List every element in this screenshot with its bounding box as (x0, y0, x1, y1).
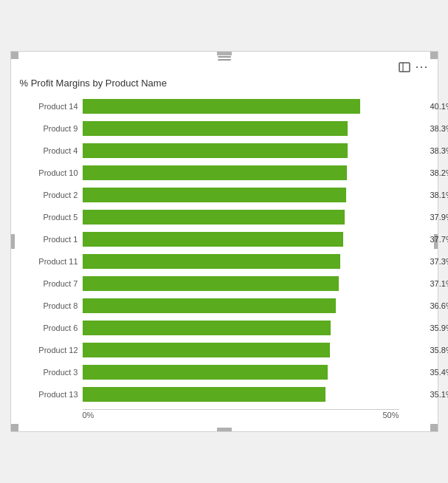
bar-track: 38.3% (83, 143, 429, 158)
bar-value: 35.1% (430, 390, 449, 399)
bar-fill (83, 387, 325, 402)
bar-row: Product 6 35.9% (20, 318, 429, 338)
bar-fill (83, 232, 344, 247)
bar-label: Product 2 (20, 191, 83, 199)
bar-fill (83, 210, 345, 225)
header-icons: ··· (399, 59, 428, 75)
bar-value: 38.1% (430, 191, 449, 199)
bar-value: 40.1% (430, 102, 449, 111)
corner-bl (11, 424, 18, 431)
axis-label-0: 0% (83, 411, 94, 419)
bar-row: Product 12 35.8% (20, 340, 429, 360)
bar-label: Product 7 (20, 279, 83, 288)
bar-row: Product 13 35.1% (20, 384, 429, 405)
corner-br (430, 424, 438, 431)
bar-label: Product 11 (20, 257, 83, 266)
bar-row: Product 1 37.7% (20, 229, 429, 250)
bar-value: 35.4% (430, 368, 449, 377)
bar-value: 36.6% (430, 301, 449, 310)
drag-line-1 (218, 56, 231, 58)
bar-row: Product 10 38.2% (20, 162, 429, 183)
bar-value: 37.9% (430, 213, 449, 222)
bar-track: 35.4% (83, 365, 429, 380)
bar-value: 37.1% (430, 279, 449, 288)
bar-fill (83, 298, 336, 313)
handle-top[interactable] (217, 52, 232, 55)
bar-label: Product 4 (20, 146, 83, 155)
chart-container: ··· % Profit Margins by Product Name Pro… (10, 51, 438, 432)
bar-track: 36.6% (83, 298, 429, 313)
bar-fill (83, 99, 360, 114)
bar-fill (83, 343, 331, 357)
bar-track: 35.8% (83, 343, 429, 357)
bar-row: Product 5 37.9% (20, 207, 429, 227)
bar-track: 37.7% (83, 232, 429, 247)
bar-track: 38.3% (83, 121, 429, 136)
bar-label: Product 10 (20, 168, 83, 177)
chart-title: % Profit Margins by Product Name (20, 78, 429, 89)
bar-track: 38.2% (83, 165, 429, 180)
bar-label: Product 5 (20, 213, 83, 222)
bar-row: Product 8 36.6% (20, 295, 429, 316)
bar-row: Product 2 38.1% (20, 185, 429, 205)
chart-area: Product 14 40.1% Product 9 38.3% Product… (20, 96, 429, 406)
bar-fill (83, 165, 347, 180)
bar-label: Product 9 (20, 124, 83, 133)
bar-track: 37.1% (83, 276, 429, 291)
bar-value: 35.8% (430, 346, 449, 354)
bar-value: 38.3% (430, 146, 449, 155)
bar-row: Product 3 35.4% (20, 362, 429, 383)
bar-label: Product 1 (20, 235, 83, 244)
bar-value: 38.3% (430, 124, 449, 133)
more-options-icon[interactable]: ··· (415, 59, 428, 75)
bar-row: Product 4 38.3% (20, 140, 429, 161)
bar-row: Product 9 38.3% (20, 118, 429, 139)
bar-row: Product 11 37.3% (20, 251, 429, 272)
bar-track: 37.9% (83, 210, 429, 225)
bar-track: 40.1% (83, 99, 429, 114)
bar-label: Product 12 (20, 346, 83, 354)
handle-bottom[interactable] (217, 428, 232, 431)
header-row: ··· (20, 59, 429, 75)
bar-label: Product 3 (20, 368, 83, 377)
bar-track: 37.3% (83, 254, 429, 269)
drag-line-2 (218, 59, 231, 61)
bar-value: 37.7% (430, 235, 449, 244)
bar-fill (83, 254, 341, 269)
bar-fill (83, 365, 328, 380)
handle-left[interactable] (11, 234, 15, 249)
bar-label: Product 6 (20, 323, 83, 332)
bar-value: 35.9% (430, 323, 449, 332)
bar-fill (83, 276, 340, 291)
bar-value: 38.2% (430, 168, 449, 177)
svg-rect-0 (399, 63, 410, 72)
drag-handle[interactable] (218, 56, 231, 61)
bar-fill (83, 121, 348, 136)
corner-tl (11, 52, 18, 59)
corner-tr (430, 52, 438, 59)
bar-fill (83, 143, 348, 158)
bar-label: Product 13 (20, 390, 83, 399)
bar-row: Product 14 40.1% (20, 96, 429, 117)
expand-icon[interactable] (399, 62, 410, 72)
bar-row: Product 7 37.1% (20, 273, 429, 294)
bar-value: 37.3% (430, 257, 449, 266)
bar-track: 35.1% (83, 387, 429, 402)
axis-labels: 0% 50% (83, 411, 429, 419)
bar-label: Product 14 (20, 102, 83, 111)
bar-track: 38.1% (83, 188, 429, 202)
bar-fill (83, 321, 331, 335)
axis-label-50: 50% (382, 411, 399, 419)
bar-label: Product 8 (20, 301, 83, 310)
bar-track: 35.9% (83, 321, 429, 335)
bar-fill (83, 188, 346, 202)
axis-row: 0% 50% (20, 411, 429, 419)
